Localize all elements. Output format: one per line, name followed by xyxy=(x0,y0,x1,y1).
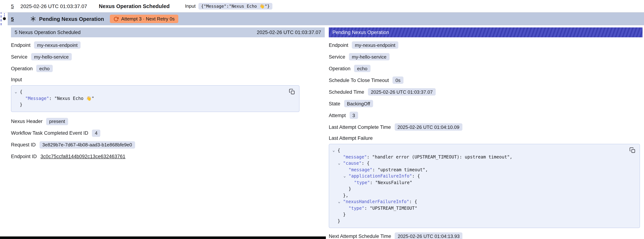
json-line: ⌄{ xyxy=(15,89,284,95)
attempt-retry-text: Attempt 3 · Next Retry 0s xyxy=(121,16,175,22)
input-field-label-row: Input xyxy=(11,74,325,84)
retry-icon xyxy=(114,16,118,22)
field-row-last-attempt-complete-time: Last Attempt Complete Time 2025-02-26 UT… xyxy=(329,121,642,133)
collapse-chevron-icon[interactable]: ⌄ xyxy=(332,147,335,154)
scheduled-panel-title: 5 Nexus Operation Scheduled xyxy=(15,30,80,35)
field-label: Endpoint xyxy=(329,42,348,48)
json-token: } xyxy=(348,186,351,192)
field-row-workflow-task-completed-event-id: Workflow Task Completed Event ID 4 xyxy=(11,127,325,139)
json-token: { xyxy=(20,89,22,94)
copy-icon[interactable] xyxy=(289,88,296,95)
attempt-retry-badge: Attempt 3 · Next Retry 0s xyxy=(110,15,178,23)
json-line: } xyxy=(332,186,624,192)
json-key: "message" xyxy=(348,167,372,172)
json-token: "NexusFailure" xyxy=(375,180,412,185)
field-row-operation: Operation echo xyxy=(329,62,642,74)
pending-event-node-icon xyxy=(3,17,6,20)
json-line: "message": "upstream timeout", xyxy=(332,167,624,173)
json-token: "handler error (UPSTREAM_TIMEOUT): upstr… xyxy=(372,154,510,160)
json-line: "type": "NexusFailure" xyxy=(332,180,624,186)
json-token: } xyxy=(20,102,22,107)
field-row-nexus-header: Nexus Header present xyxy=(11,116,325,127)
pending-event-title: Pending Nexus Operation xyxy=(39,16,104,22)
event-id-link[interactable]: 5 xyxy=(11,3,14,9)
json-line: ⌄"applicationFailureInfo": { xyxy=(332,173,624,180)
field-value-badge: 2025-02-26 UTC 01:03:37.07 xyxy=(368,88,436,96)
field-value-badge: echo xyxy=(36,65,52,72)
bottom-strip xyxy=(0,236,326,239)
json-line: "type": "UPSTREAM_TIMEOUT" xyxy=(332,205,624,212)
detail-panels: 5 Nexus Operation Scheduled 2025-02-26 U… xyxy=(11,28,642,236)
endpoint-id-link[interactable]: 3c0c75ccfa8144b092c13ce632463761 xyxy=(40,154,126,159)
field-value-badge: my-nexus-endpoint xyxy=(352,41,398,49)
json-token: : xyxy=(49,96,54,101)
json-line: } xyxy=(15,102,284,108)
input-json-viewer: ⌄{"Message": "Nexus Echo 👋"} xyxy=(11,85,300,112)
json-key: "cause" xyxy=(343,161,362,166)
field-label: Nexus Header xyxy=(11,118,43,124)
field-row-endpoint-id: Endpoint ID 3c0c75ccfa8144b092c13ce63246… xyxy=(11,150,325,162)
json-key: "nexusHandlerFailureInfo" xyxy=(343,199,409,204)
scheduled-panel-timestamp: 2025-02-26 UTC 01:03:37.07 xyxy=(257,30,321,35)
field-label: Operation xyxy=(11,66,33,71)
json-line: "Message": "Nexus Echo 👋" xyxy=(15,95,284,102)
json-token: : xyxy=(367,154,372,160)
collapse-chevron-icon[interactable]: ⌄ xyxy=(344,173,346,179)
json-line: ⌄"nexusHandlerFailureInfo": { xyxy=(332,199,624,205)
field-row-endpoint: Endpoint my-nexus-endpoint xyxy=(329,39,642,51)
event-row-scheduled[interactable]: 5 2025-02-26 UTC 01:03:37.07 Nexus Opera… xyxy=(0,0,644,12)
field-row-request-id: Request ID 3e829b7e-7d67-4b08-aad3-b1e86… xyxy=(11,139,325,150)
field-label: Endpoint xyxy=(11,42,30,48)
json-key: "Message" xyxy=(25,96,49,101)
pending-asterisk-icon xyxy=(30,16,36,22)
collapse-chevron-icon[interactable]: ⌄ xyxy=(15,88,17,95)
field-value-badge: my-hello-service xyxy=(31,53,72,60)
json-line: ⌄"cause": { xyxy=(332,160,624,167)
json-line: ⌄{ xyxy=(332,148,624,154)
field-value-badge: present xyxy=(46,118,68,125)
field-label: Operation xyxy=(329,66,350,71)
collapse-chevron-icon[interactable]: ⌄ xyxy=(338,198,340,205)
json-line: "message": "handler error (UPSTREAM_TIME… xyxy=(332,154,624,160)
json-token: : xyxy=(364,206,370,211)
json-token: , xyxy=(425,167,428,172)
field-label: Next Attempt Schedule Time xyxy=(329,233,391,239)
json-key: "type" xyxy=(354,180,370,185)
field-label: State xyxy=(329,101,340,106)
json-line: } xyxy=(332,218,624,224)
field-value-badge: 3e829b7e-7d67-4b08-aad3-b1e868bfe9e0 xyxy=(39,141,135,148)
json-key: "applicationFailureInfo" xyxy=(348,174,412,178)
pending-panel-header: Pending Nexus Operation xyxy=(329,28,642,37)
collapse-chevron-icon[interactable]: ⌄ xyxy=(338,160,340,166)
field-label: Workflow Task Completed Event ID xyxy=(11,130,88,136)
pending-panel-title: Pending Nexus Operation xyxy=(332,30,389,35)
field-label: Attempt xyxy=(329,112,346,118)
field-value-badge: 2025-02-26 UTC 01:04:10.09 xyxy=(394,123,462,131)
field-label: Last Attempt Complete Time xyxy=(329,124,391,130)
field-label: Input xyxy=(11,77,22,82)
field-row-operation: Operation echo xyxy=(11,62,325,74)
field-value-badge: my-nexus-endpoint xyxy=(34,41,80,49)
json-token: } xyxy=(343,212,346,217)
json-token: : xyxy=(370,180,375,185)
field-value-badge: my-hello-service xyxy=(349,53,389,60)
json-token: "Nexus Echo 👋" xyxy=(54,96,94,101)
field-row-next-attempt-schedule-time: Next Attempt Schedule Time 2025-02-26 UT… xyxy=(329,230,642,239)
json-key: "message" xyxy=(343,154,367,160)
field-row-state: State BackingOff xyxy=(329,98,642,110)
json-token: : { xyxy=(412,174,420,178)
event-row-pending[interactable]: 5 Pending Nexus Operation Attempt 3 · Ne… xyxy=(8,12,644,25)
json-token: , xyxy=(510,154,512,160)
json-lines: ⌄{"Message": "Nexus Echo 👋"} xyxy=(15,89,284,108)
temporal-event-history-screen: 5 2025-02-26 UTC 01:03:37.07 Nexus Opera… xyxy=(0,0,644,239)
pending-event-id-link[interactable]: 5 xyxy=(11,16,14,22)
last-attempt-failure-label-row: Last Attempt Failure xyxy=(329,133,642,143)
json-token: "UPSTREAM_TIMEOUT" xyxy=(370,206,417,211)
copy-icon[interactable] xyxy=(629,147,636,154)
json-token: "upstream timeout" xyxy=(378,167,425,172)
field-label: Request ID xyxy=(11,142,36,148)
field-label: Last Attempt Failure xyxy=(329,135,373,141)
json-line: }, xyxy=(332,192,624,199)
field-value-badge: echo xyxy=(354,65,370,72)
field-label: Scheduled Time xyxy=(329,89,364,94)
